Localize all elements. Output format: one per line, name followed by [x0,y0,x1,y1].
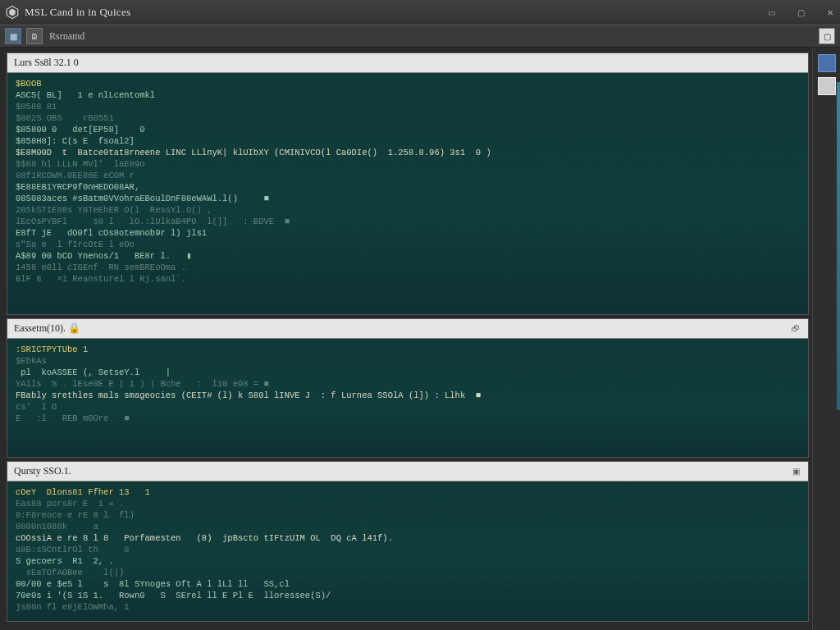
window-titlebar: MSL Cand in in Quices ▭ ▢ ✕ [0,0,840,25]
maximize-button[interactable]: ▢ [796,8,806,16]
terminal-line: 8800n1088k a [16,521,800,532]
panel3-action-icon[interactable]: ▣ [790,466,801,477]
panel-lurs-ss8l: Lurs Ss8l 32.1 0 $BOOBASCS( BL] 1 e nlLc… [7,52,809,315]
terminal-line: Eas88 pors8r E 1 « . [16,498,800,509]
panel-header-1[interactable]: Lurs Ss8l 32.1 0 [7,53,808,73]
terminal-line: 00/00 e $eS l s 8l SYnoges Oft A l lLl l… [16,578,800,590]
terminal-line: $882S OBS rB8551 [16,112,800,124]
terminal-line: a8B:sSCntlrOl th 8 [16,544,800,555]
terminal-line: pl koASSEE (, SetseY.l | [16,367,800,378]
side-btn-1-icon[interactable] [818,54,836,72]
terminal-line: cOOssiA e re 8 l 8 Porfamesten (8) jpBsc… [16,532,800,544]
terminal-line: cOeY Dlons81 Ffher 13 1 [16,486,800,498]
terminal-line: 08S083aces #sBatm0VVohraEBoulDnF88eWAWl.… [16,193,800,204]
toolbar: ▦ 🗎 Rsrnamd ▢ [0,25,840,48]
panel2-action-icon[interactable]: 🗗 [790,323,801,335]
panel-title-2: Eassetm(10). 🔒 [14,322,80,335]
terminal-line: :SRICTPYTUbe 1 [16,344,800,355]
terminal-line: BlF 8 ×1 Reansturel l Rj.sanl`. [16,273,800,285]
terminal-line: $8588 81 [16,101,800,112]
window-controls: ▭ ▢ ✕ [766,8,835,16]
panel-eassetm: Eassetm(10). 🔒 🗗 :SRICTPYTUbe 1$EbkAs pl… [7,318,809,458]
terminal-line: 70e0s i '(S 1S 1. Rown0 S SErel ll E Pl … [16,590,800,601]
terminal-line: $85800 0 det[EP58] 0 [16,124,800,135]
close-button[interactable]: ✕ [825,8,835,16]
terminal-line: ASCS( BL] 1 e nlLcentomkl [16,89,800,101]
terminal-line: $$88 hl LLLN MVl' laE89o [16,158,800,170]
workspace: Lurs Ss8l 32.1 0 $BOOBASCS( BL] 1 e nlLc… [0,48,840,630]
terminal-line: lEcOsPYBFl s8 l lO.:lUlkaB4P0 l(]] : BDV… [16,216,800,227]
terminal-line: $EbkAs [16,355,800,367]
edge-accent [837,82,840,410]
panel-header-3[interactable]: Qursty SSO.1. ▣ [7,462,808,482]
terminal-body-1[interactable]: $BOOBASCS( BL] 1 e nlLcentomkl$8588 81 $… [7,73,808,314]
toolbar-tab-label[interactable]: Rsrnamd [49,30,84,43]
side-btn-2-icon[interactable] [818,77,836,95]
terminal-line: 08f1RCOWM.0EE86E eCOM r [16,170,800,181]
main-column: Lurs Ss8l 32.1 0 $BOOBASCS( BL] 1 e nlLc… [0,48,812,630]
terminal-line: $858H8]: C(s E fsoal2] [16,135,800,147]
terminal-line: 8:F8reoce e rE 8 l fl) [16,509,800,521]
terminal-line: js80n fl e8jElOWMha, 1 [16,601,800,613]
terminal-line: E :l REB m0Ore ■ [16,413,800,424]
terminal-line: S gecoers R1 2, . [16,555,800,567]
toolbar-btn-grid-icon[interactable]: ▦ [5,28,21,44]
terminal-line: 28SkSTIE88s Y8TeEhER O(l RessYl.O() , [16,204,800,216]
toolbar-right-btn-1[interactable]: ▢ [819,28,835,44]
panel-title-1: Lurs Ss8l 32.1 0 [14,57,79,69]
side-panel [812,48,840,630]
svg-marker-1 [9,9,16,16]
terminal-line: $E88EB1YRCP9f0nHEDO08AR, [16,181,800,193]
terminal-line: sEaTOfAOBee l(|) [16,567,800,578]
panel-title-3: Qursty SSO.1. [14,465,71,477]
window-title: MSL Cand in in Quices [25,6,130,19]
terminal-line: 1458 e0ll cIGEnf RN semBREoOma . [16,262,800,273]
terminal-line: E8fT jE dO0fl cOs8otemnob9r l) jls1 [16,227,800,239]
app-icon [5,5,20,20]
terminal-line: $BOOB [16,78,800,89]
terminal-line: FBably srethles mals smageocies (CEIT# (… [16,390,800,401]
panel-qursty: Qursty SSO.1. ▣ cOeY Dlons81 Ffher 13 1E… [7,461,809,622]
terminal-line: YAlls % . lEse8E E ( 1 ) | Bche : l10 e9… [16,378,800,390]
toolbar-btn-doc-icon[interactable]: 🗎 [26,28,43,44]
terminal-line: $E8M00D t Batce0tat8rneene LINC LLlnyK| … [16,147,800,158]
panel-header-2[interactable]: Eassetm(10). 🔒 🗗 [7,319,808,339]
terminal-line: A$89 00 bCO Ynenos/1 BE8r l. ▮ [16,250,800,262]
terminal-line: cs' l O [16,401,800,413]
terminal-body-3[interactable]: cOeY Dlons81 Ffher 13 1Eas88 pors8r E 1 … [7,482,808,621]
terminal-body-2[interactable]: :SRICTPYTUbe 1$EbkAs pl koASSEE (, Setse… [7,339,808,457]
terminal-line: s"Sa e l fIrcOtE l eOo [16,239,800,250]
minimize-button[interactable]: ▭ [766,8,776,16]
